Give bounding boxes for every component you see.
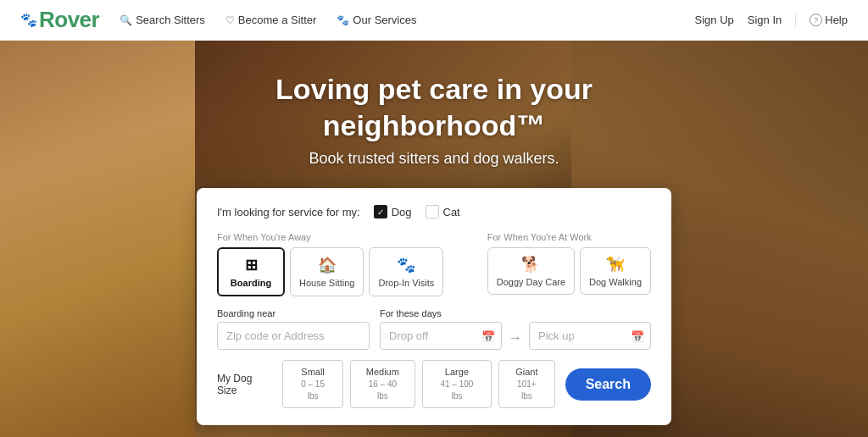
away-label: For When You're Away — [217, 232, 474, 242]
search-button[interactable]: Search — [565, 368, 651, 401]
walking-icon: 🦮 — [606, 255, 625, 274]
hero-title: Loving pet care in yourneighborhood™ — [275, 71, 593, 143]
help-icon: ? — [810, 14, 822, 26]
nav-left: 🐾 Rover 🔍 Search Sitters ♡ Become a Sitt… — [20, 7, 417, 33]
drop-in-icon: 🐾 — [397, 256, 415, 274]
small-name: Small — [301, 366, 325, 379]
location-dates-row: Boarding near For these days 📅 → 📅 — [217, 308, 651, 350]
size-label: My Dog Size — [217, 373, 272, 396]
hero-section: Loving pet care in yourneighborhood™ Boo… — [0, 41, 868, 437]
house-sitting-label: House Sitting — [299, 278, 354, 288]
large-range: 41 – 100 lbs — [435, 379, 479, 402]
dog-option[interactable]: Dog — [374, 205, 412, 218]
walking-label: Dog Walking — [589, 277, 642, 287]
boarding-icon: ⊞ — [245, 256, 258, 274]
dog-walking-button[interactable]: 🦮 Dog Walking — [580, 247, 651, 295]
navbar: 🐾 Rover 🔍 Search Sitters ♡ Become a Sitt… — [0, 0, 868, 41]
small-range: 0 – 15 lbs — [295, 379, 331, 402]
medium-range: 16 – 40 lbs — [363, 379, 403, 402]
logo-paw-icon: 🐾 — [20, 12, 37, 28]
drop-off-wrap: 📅 — [380, 322, 502, 350]
search-card: I'm looking for service for my: Dog Cat … — [197, 188, 671, 425]
logo-text: Rover — [39, 7, 99, 33]
boarding-button[interactable]: ⊞ Boarding — [217, 247, 285, 296]
sign-in-label: Sign In — [748, 14, 782, 26]
sign-up-link[interactable]: Sign Up — [695, 14, 734, 26]
dates-group: For these days 📅 → 📅 — [380, 308, 651, 350]
medium-size-button[interactable]: Medium 16 – 40 lbs — [350, 360, 415, 408]
work-services-group: For When You're At Work 🐕 Doggy Day Care… — [487, 232, 651, 296]
our-services-label: Our Services — [353, 14, 416, 26]
sign-in-link[interactable]: Sign In — [748, 14, 782, 26]
logo[interactable]: 🐾 Rover — [20, 7, 99, 33]
help-label: Help — [825, 14, 848, 26]
medium-name: Medium — [366, 366, 399, 379]
boarding-label: Boarding — [231, 278, 271, 288]
doggy-day-care-button[interactable]: 🐕 Doggy Day Care — [487, 247, 575, 295]
location-input[interactable] — [217, 322, 370, 350]
day-care-icon: 🐕 — [521, 255, 540, 274]
giant-size-button[interactable]: Giant 101+ lbs — [498, 360, 555, 408]
day-care-label: Doggy Day Care — [497, 277, 565, 287]
heart-icon: ♡ — [225, 14, 235, 26]
pet-selector: I'm looking for service for my: Dog Cat — [217, 205, 651, 218]
small-size-button[interactable]: Small 0 – 15 lbs — [282, 360, 343, 408]
date-inputs-row: 📅 → 📅 — [380, 322, 651, 350]
nav-right: Sign Up Sign In ? Help — [695, 14, 848, 27]
cat-checkbox[interactable] — [426, 205, 439, 218]
location-label: Boarding near — [217, 308, 370, 318]
large-name: Large — [445, 366, 469, 379]
house-sitting-button[interactable]: 🏠 House Sitting — [290, 247, 364, 296]
search-sitters-link[interactable]: 🔍 Search Sitters — [120, 14, 205, 26]
search-icon: 🔍 — [120, 14, 132, 26]
drop-off-calendar-icon: 📅 — [481, 329, 495, 342]
cat-label: Cat — [443, 206, 460, 218]
search-sitters-label: Search Sitters — [136, 14, 205, 26]
away-buttons-row: ⊞ Boarding 🏠 House Sitting 🐾 Drop-In Vis… — [217, 247, 474, 296]
work-buttons-row: 🐕 Doggy Day Care 🦮 Dog Walking — [487, 247, 651, 295]
dates-label: For these days — [380, 308, 651, 318]
help-link[interactable]: ? Help — [810, 14, 848, 26]
sign-up-label: Sign Up — [695, 14, 734, 26]
pet-selector-label: I'm looking for service for my: — [217, 206, 360, 218]
pick-up-calendar-icon: 📅 — [631, 329, 644, 342]
nav-divider — [795, 14, 796, 27]
paw-icon: 🐾 — [337, 14, 349, 26]
drop-in-label: Drop-In Visits — [378, 278, 434, 288]
our-services-link[interactable]: 🐾 Our Services — [337, 14, 416, 26]
pick-up-wrap: 📅 — [529, 322, 651, 350]
size-search-row: My Dog Size Small 0 – 15 lbs Medium 16 –… — [217, 360, 651, 408]
date-arrow-icon: → — [507, 330, 524, 346]
work-label: For When You're At Work — [487, 232, 651, 242]
become-sitter-link[interactable]: ♡ Become a Sitter — [225, 14, 317, 26]
dog-label: Dog — [392, 206, 412, 218]
services-container: For When You're Away ⊞ Boarding 🏠 House … — [217, 232, 651, 296]
large-size-button[interactable]: Large 41 – 100 lbs — [422, 360, 492, 408]
hero-subtitle: Book trusted sitters and dog walkers. — [309, 150, 559, 168]
hero-content: Loving pet care in yourneighborhood™ Boo… — [0, 41, 868, 437]
house-sitting-icon: 🏠 — [318, 256, 337, 274]
away-services-group: For When You're Away ⊞ Boarding 🏠 House … — [217, 232, 474, 296]
dog-checkbox[interactable] — [374, 205, 387, 218]
location-group: Boarding near — [217, 308, 370, 350]
cat-option[interactable]: Cat — [426, 205, 460, 218]
giant-range: 101+ lbs — [511, 379, 542, 402]
become-sitter-label: Become a Sitter — [238, 14, 317, 26]
drop-in-visits-button[interactable]: 🐾 Drop-In Visits — [369, 247, 443, 296]
giant-name: Giant — [515, 366, 537, 379]
